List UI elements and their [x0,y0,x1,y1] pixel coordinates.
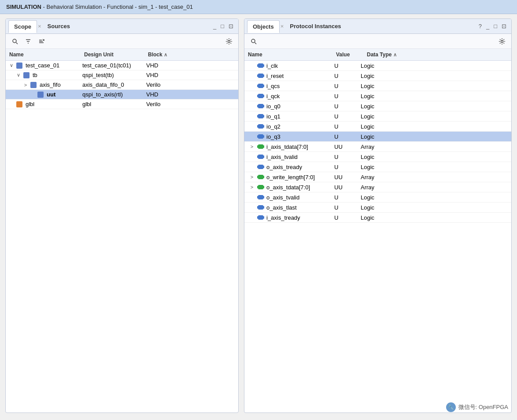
filter-icon [25,38,31,44]
scope-cell-name: glbl [6,101,81,107]
chip-icon [16,101,22,107]
tab-objects[interactable]: Objects [247,20,280,33]
maximize-btn-left[interactable]: ⊡ [226,21,236,31]
obj-cell-name: i_axis_tvalid [244,153,332,160]
scope-table-row[interactable]: glblglblVerilo [6,99,238,109]
obj-row-name: io_q1 [266,113,281,120]
obj-row-name: i_reset [266,73,284,79]
tab-scope[interactable]: Scope [8,20,37,33]
scope-cell-name: ∨test_case_01 [6,62,81,69]
svg-rect-41 [257,155,258,158]
obj-table-row[interactable]: io_q3ULogic [244,132,511,142]
obj-table-row[interactable]: >o_write_length[7:0]UUArray [244,172,511,182]
scope-table-body[interactable]: ∨test_case_01test_case_01(tc01)VHD∨tbqsp… [6,61,238,413]
svg-rect-13 [258,63,263,68]
obj-cell-type: Logic [359,83,511,89]
settings-button-left[interactable] [223,36,235,47]
obj-table-row[interactable]: o_axis_tlastULogic [244,203,511,213]
obj-table-row[interactable]: io_q1ULogic [244,111,511,122]
svg-rect-37 [258,144,263,149]
svg-rect-40 [258,155,263,159]
svg-rect-55 [258,205,263,210]
maximize-btn-right[interactable]: ⊡ [499,21,509,31]
chip-icon [37,92,44,98]
filter-button[interactable] [22,36,34,47]
search-button-left[interactable] [9,36,21,47]
signal-icon [257,194,264,201]
watermark-icon: 🔧 [446,402,456,412]
svg-rect-33 [263,125,264,128]
svg-rect-19 [258,84,263,88]
obj-col-header-value: Value [332,51,363,59]
obj-cell-type: Array [359,184,511,191]
obj-table-row[interactable]: io_q0ULogic [244,101,511,111]
obj-table-row[interactable]: o_axis_treadyULogic [244,162,511,172]
obj-cell-name: i_qcs [244,82,332,89]
objects-tab-bar: Objects × Protocol Instances ? _ □ ⊡ [244,19,511,34]
obj-table-row[interactable]: io_q2ULogic [244,122,511,132]
obj-cell-type: Logic [359,164,511,170]
scope-panel: Scope × Sources _ □ ⊡ [5,18,239,413]
obj-cell-name: o_axis_tvalid [244,194,332,201]
svg-rect-45 [263,166,264,168]
obj-expander-icon[interactable]: > [249,184,255,190]
svg-rect-18 [263,74,264,77]
obj-expander-icon[interactable]: > [249,174,255,180]
scope-table-row[interactable]: ∨tbqspi_test(tb)VHD [6,70,238,80]
svg-rect-32 [257,125,258,128]
scope-toolbar [6,34,238,49]
obj-table-row[interactable]: o_axis_tvalidULogic [244,192,511,203]
obj-cell-type: Logic [359,123,511,130]
expander-icon[interactable]: ∨ [15,72,22,78]
signal-icon [257,204,264,211]
obj-table-row[interactable]: >i_axis_tdata[7:0]UUArray [244,142,511,152]
restore-btn-left[interactable]: □ [218,21,226,31]
scope-table-row[interactable]: uutqspi_to_axis(rtl)VHD [6,90,238,99]
obj-cell-type: Logic [359,204,511,211]
obj-expander-icon[interactable]: > [249,144,255,150]
obj-cell-name: i_axis_tready [244,214,332,221]
scope-cell-block: VHD [144,72,238,78]
obj-table-row[interactable]: >o_axis_tdata[7:0]UUArray [244,182,511,192]
scope-row-name: axis_fifo [40,81,61,88]
svg-point-12 [501,40,503,42]
tab-sources[interactable]: Sources [42,20,75,32]
expander-icon[interactable]: > [22,82,29,88]
obj-row-name: i_axis_tvalid [266,154,298,160]
sort-button[interactable] [36,36,47,47]
minimize-btn-right[interactable]: _ [484,21,491,31]
obj-cell-type: Array [359,144,511,150]
svg-rect-58 [258,215,263,220]
settings-button-right[interactable] [496,36,508,47]
obj-cell-type: Logic [359,154,511,160]
scope-row-name: test_case_01 [26,62,59,69]
objects-panel: Objects × Protocol Instances ? _ □ ⊡ [244,18,512,413]
minimize-btn-left[interactable]: _ [211,21,218,31]
obj-table-row[interactable]: i_resetULogic [244,71,511,81]
obj-table-row[interactable]: i_qcsULogic [244,81,511,91]
expander-icon[interactable]: ∨ [8,63,15,69]
scope-table-row[interactable]: >axis_fifoaxis_data_fifo_0Verilo [6,80,238,90]
signal-icon [257,184,264,191]
obj-row-name: i_axis_tready [266,214,300,221]
obj-cell-type: Logic [359,214,511,221]
obj-cell-name: o_axis_tready [244,163,332,170]
restore-btn-right[interactable]: □ [491,21,499,31]
objects-table-body[interactable]: i_clkULogici_resetULogici_qcsULogici_qck… [244,61,511,413]
search-button-right[interactable] [248,36,259,47]
obj-table-row[interactable]: i_clkULogic [244,61,511,71]
tab-protocol-instances[interactable]: Protocol Instances [284,20,346,32]
signal-icon [257,173,264,181]
signal-icon [257,123,264,130]
obj-table-row[interactable]: i_axis_treadyULogic [244,213,511,223]
obj-table-row[interactable]: i_qckULogic [244,91,511,101]
help-btn-right[interactable]: ? [476,21,484,31]
scope-cell-block: Verilo [144,81,238,88]
obj-cell-type: Logic [359,103,511,110]
obj-cell-value: U [332,133,359,140]
signal-icon [257,82,264,89]
scope-table-row[interactable]: ∨test_case_01test_case_01(tc01)VHD [6,61,238,70]
obj-table-row[interactable]: i_axis_tvalidULogic [244,152,511,162]
svg-rect-36 [263,135,264,138]
signal-icon [257,214,264,221]
